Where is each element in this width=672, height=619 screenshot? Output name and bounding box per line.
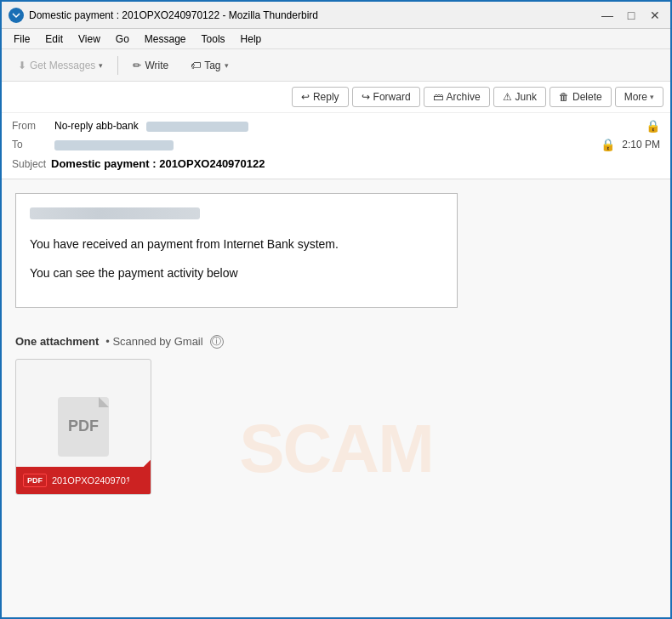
menu-go[interactable]: Go — [109, 31, 136, 47]
email-time: 2:10 PM — [622, 139, 660, 150]
get-messages-button[interactable]: ⬇ Get Messages ▾ — [9, 55, 112, 76]
email-action-toolbar: ↩ Reply ↪ Forward 🗃 Archive ⚠ Junk 🗑 Del… — [2, 82, 670, 113]
get-messages-icon: ⬇ — [18, 60, 26, 71]
tag-button[interactable]: 🏷 Tag ▾ — [181, 55, 237, 76]
email-fields: From No-reply abb-bank 🔒 To 🔒 2:10 PM Su… — [2, 113, 670, 179]
minimize-button[interactable]: — — [599, 7, 616, 24]
to-security-icon[interactable]: 🔒 — [601, 138, 615, 151]
reply-button[interactable]: ↩ Reply — [292, 87, 349, 107]
attachment-thumbnail[interactable]: PDF PDF 201OPXO2409701... — [15, 359, 151, 495]
pdf-badge: PDF — [23, 474, 47, 487]
maximize-button[interactable]: □ — [623, 7, 640, 24]
delete-button[interactable]: 🗑 Delete — [550, 87, 612, 107]
junk-button[interactable]: ⚠ Junk — [493, 87, 546, 107]
attachment-section: One attachment • Scanned by Gmail ⓘ PDF … — [2, 321, 670, 508]
body-line-2: You can see the payment activity below — [30, 264, 443, 282]
to-row: To 🔒 2:10 PM — [12, 135, 660, 154]
window-controls: — □ ✕ — [599, 7, 663, 24]
attachment-filename: 201OPXO2409701... — [52, 475, 139, 486]
delete-icon: 🗑 — [559, 91, 569, 103]
from-row: From No-reply abb-bank 🔒 — [12, 116, 660, 135]
subject-value: Domestic payment : 201OPXO240970122 — [51, 157, 265, 170]
write-icon: ✏ — [133, 60, 141, 71]
attachment-header: One attachment • Scanned by Gmail ⓘ — [15, 335, 657, 349]
write-button[interactable]: ✏ Write — [123, 55, 178, 76]
app-icon — [9, 8, 24, 23]
titlebar: Domestic payment : 201OPXO240970122 - Mo… — [2, 2, 670, 29]
archive-button[interactable]: 🗃 Archive — [424, 87, 490, 107]
archive-icon: 🗃 — [433, 91, 443, 103]
subject-row: Subject Domestic payment : 201OPXO240970… — [12, 154, 660, 175]
email-content-box: You have received an payment from Intern… — [15, 193, 458, 308]
content-area: SCAM You have received an payment from I… — [2, 179, 670, 619]
from-value: No-reply abb-bank — [54, 120, 641, 132]
menu-edit[interactable]: Edit — [38, 31, 70, 47]
reply-icon: ↩ — [301, 91, 310, 103]
tag-dropdown-icon: ▾ — [225, 61, 229, 70]
more-dropdown-icon: ▾ — [650, 93, 654, 101]
from-email-blurred — [146, 122, 248, 132]
attachment-scanned-label: • Scanned by Gmail — [105, 335, 202, 348]
attachment-info-icon[interactable]: ⓘ — [210, 335, 224, 349]
attachment-count: One attachment — [15, 335, 99, 348]
menu-view[interactable]: View — [71, 31, 107, 47]
menu-file[interactable]: File — [7, 31, 37, 47]
body-line-1: You have received an payment from Intern… — [30, 235, 443, 253]
menu-message[interactable]: Message — [138, 31, 193, 47]
menu-tools[interactable]: Tools — [195, 31, 232, 47]
to-email-blurred — [54, 140, 174, 150]
email-body: You have received an payment from Intern… — [2, 179, 670, 321]
to-label: To — [12, 139, 54, 150]
forward-button[interactable]: ↪ Forward — [352, 87, 420, 107]
more-button[interactable]: More ▾ — [615, 87, 663, 107]
pdf-large-icon: PDF — [58, 397, 109, 457]
menu-help[interactable]: Help — [234, 31, 269, 47]
forward-icon: ↪ — [362, 91, 370, 103]
menubar: File Edit View Go Message Tools Help — [2, 29, 670, 49]
junk-icon: ⚠ — [503, 91, 512, 103]
close-button[interactable]: ✕ — [646, 7, 663, 24]
tag-icon: 🏷 — [191, 60, 201, 71]
window-title: Domestic payment : 201OPXO240970122 - Mo… — [29, 9, 599, 21]
get-messages-dropdown-icon: ▾ — [99, 61, 103, 70]
svg-point-0 — [11, 10, 21, 20]
blurred-sender-bar — [30, 207, 200, 219]
toolbar-separator-1 — [117, 56, 118, 75]
subject-label: Subject — [12, 158, 46, 170]
from-label: From — [12, 120, 54, 132]
email-header: ↩ Reply ↪ Forward 🗃 Archive ⚠ Junk 🗑 Del… — [2, 82, 670, 179]
main-toolbar: ⬇ Get Messages ▾ ✏ Write 🏷 Tag ▾ — [2, 49, 670, 82]
to-value — [54, 139, 595, 150]
from-security-icon[interactable]: 🔒 — [646, 119, 660, 133]
